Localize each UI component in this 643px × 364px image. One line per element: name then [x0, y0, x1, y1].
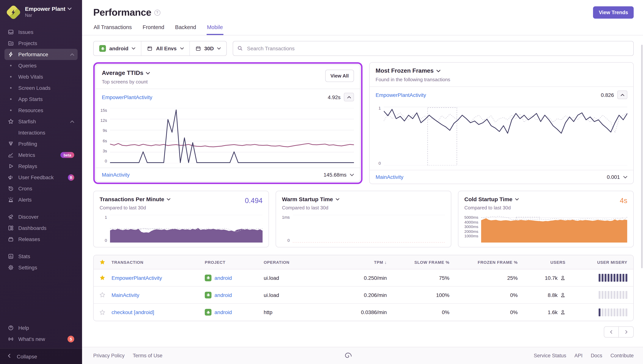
chevron-down-icon — [132, 47, 136, 50]
expand-row-button[interactable] — [623, 176, 627, 178]
footer-link-service-status[interactable]: Service Status — [534, 353, 566, 358]
badge-metrics: beta — [61, 152, 74, 158]
transactions-per-minute-panel: Transactions Per Minute Compared to last… — [93, 191, 269, 248]
axis-tick-label: 0 — [105, 159, 107, 163]
sidebar-item-crons[interactable]: Crons — [5, 183, 78, 194]
sidebar-item-settings[interactable]: Settings — [5, 262, 78, 273]
sidebar-item-performance[interactable]: Performance — [5, 49, 78, 60]
footer-link-api[interactable]: API — [574, 353, 583, 358]
sidebar-item-interactions[interactable]: Interactions — [5, 127, 78, 138]
sidebar-item-label: What's new — [18, 336, 45, 342]
transaction-link[interactable]: checkout [android] — [112, 309, 154, 315]
view-trends-button[interactable]: View Trends — [593, 6, 634, 19]
sidebar-item-profiling[interactable]: Profiling — [5, 138, 78, 150]
cold-startup-title-dropdown[interactable]: Cold Startup Time — [464, 196, 627, 202]
warm-startup-title-dropdown[interactable]: Warm Startup Time — [282, 196, 445, 202]
project-link[interactable]: android — [214, 292, 232, 298]
sidebar-item-replays[interactable]: Replays — [5, 160, 78, 172]
tab-all-transactions[interactable]: All Transactions — [93, 24, 132, 35]
sidebar-item-what-s-new[interactable]: What's new5 — [5, 334, 78, 345]
sidebar-item-web-vitals[interactable]: Web Vitals — [5, 71, 78, 82]
project-link[interactable]: android — [214, 275, 232, 281]
previous-page-button[interactable] — [604, 326, 619, 338]
column-header-operation[interactable]: OPERATION — [264, 260, 334, 264]
next-page-button[interactable] — [619, 326, 634, 338]
sidebar-item-stats[interactable]: Stats — [5, 251, 78, 262]
tab-mobile[interactable]: Mobile — [207, 24, 223, 35]
view-all-button[interactable]: View All — [325, 70, 354, 82]
projects-icon — [8, 40, 14, 46]
main-content: Performance ? View Trends All Transactio… — [82, 0, 643, 364]
search-transactions-input[interactable] — [233, 41, 634, 56]
axis-tick-label: 3s — [103, 149, 107, 153]
tab-backend[interactable]: Backend — [175, 24, 197, 35]
tpm-title-dropdown[interactable]: Transactions Per Minute — [100, 196, 262, 202]
discover-icon — [8, 214, 14, 220]
sidebar-item-projects[interactable]: Projects — [5, 38, 78, 49]
scrollbar-thumb[interactable] — [641, 45, 643, 268]
expand-row-button[interactable] — [350, 174, 354, 176]
average-ttids-highlight-outline: Average TTIDs Top screens by count View … — [93, 62, 363, 184]
org-switcher[interactable]: Empower Plant Nar — [0, 0, 82, 24]
tpm-cell: 0.250/min — [334, 275, 393, 281]
star-toggle-empty[interactable] — [94, 292, 112, 298]
column-header-project[interactable]: PROJECT — [205, 260, 264, 264]
most-frozen-frames-title-dropdown[interactable]: Most Frozen Frames — [376, 68, 627, 74]
warm-startup-time-panel: Warm Startup Time Compared to last 30d 1… — [276, 191, 451, 248]
column-header-users[interactable]: USERS — [524, 260, 571, 264]
column-header-frozen-frame[interactable]: FROZEN FRAME % — [455, 260, 524, 264]
footer-link-terms-of-use[interactable]: Terms of Use — [133, 353, 162, 358]
sidebar-item-app-starts[interactable]: App Starts — [5, 94, 78, 105]
sidebar-item-help[interactable]: Help — [5, 322, 78, 334]
sidebar-item-metrics[interactable]: Metricsbeta — [5, 150, 78, 160]
sidebar-item-issues[interactable]: Issues — [5, 26, 78, 38]
sidebar-item-label: Performance — [18, 52, 48, 58]
star-toggle-filled[interactable] — [94, 274, 112, 281]
column-header-slow-frame[interactable]: SLOW FRAME % — [393, 260, 455, 264]
tpm-chart — [110, 215, 262, 242]
sidebar-item-resources[interactable]: Resources — [5, 105, 78, 116]
column-header-tpm[interactable]: TPM ↓ — [334, 260, 393, 264]
average-ttids-title-dropdown[interactable]: Average TTIDs — [102, 70, 354, 76]
environment-filter[interactable]: All Envs — [141, 41, 189, 56]
slow-frame-cell: 100% — [393, 292, 455, 298]
star-toggle-empty[interactable] — [94, 309, 112, 316]
sidebar-item-queries[interactable]: Queries — [5, 60, 78, 71]
collapse-row-button[interactable] — [617, 90, 627, 99]
footer-link-docs[interactable]: Docs — [591, 353, 602, 358]
sidebar-item-screen-loads[interactable]: Screen Loads — [5, 82, 78, 94]
footer-link-contribute[interactable]: Contribute — [610, 353, 634, 358]
column-header-user-misery[interactable]: USER MISERY — [571, 260, 633, 264]
average-ttids-subtitle: Top screens by count — [102, 79, 354, 84]
transaction-link[interactable]: EmpowerPlantActivity — [376, 92, 426, 98]
column-header-transaction[interactable]: TRANSACTION — [112, 260, 205, 264]
project-filter[interactable]: android — [94, 41, 141, 56]
sidebar-item-releases[interactable]: Releases — [5, 234, 78, 245]
star-column-header[interactable] — [94, 259, 112, 265]
sidebar-item-discover[interactable]: Discover — [5, 211, 78, 222]
user-misery-bars — [571, 291, 633, 299]
sidebar: Empower Plant Nar IssuesProjectsPerforma… — [0, 0, 82, 364]
replays-icon — [8, 163, 14, 169]
transaction-link[interactable]: MainActivity — [102, 172, 130, 178]
sidebar-item-dashboards[interactable]: Dashboards — [5, 222, 78, 234]
transaction-link[interactable]: EmpowerPlantActivity — [102, 94, 152, 100]
transaction-link[interactable]: EmpowerPlantActivity — [112, 275, 162, 281]
collapse-row-button[interactable] — [344, 93, 354, 101]
sidebar-bottom: HelpWhat's new5 — [0, 322, 82, 348]
frozen-frame-cell: 0% — [455, 292, 524, 298]
sidebar-item-label: Alerts — [18, 197, 32, 203]
chevron-up-icon — [70, 53, 74, 56]
footer-link-privacy-policy[interactable]: Privacy Policy — [93, 353, 125, 358]
help-tooltip-icon[interactable]: ? — [154, 10, 160, 16]
sidebar-item-user-feedback[interactable]: User FeedbackB — [5, 172, 78, 183]
transaction-link[interactable]: MainActivity — [376, 174, 403, 180]
axis-tick-label: 15s — [101, 108, 107, 112]
date-range-filter[interactable]: 30D — [189, 41, 226, 56]
sidebar-collapse-button[interactable]: Collapse — [0, 348, 82, 364]
transaction-link[interactable]: MainActivity — [112, 292, 139, 298]
tab-frontend[interactable]: Frontend — [142, 24, 165, 35]
sidebar-item-alerts[interactable]: Alerts — [5, 194, 78, 205]
project-link[interactable]: android — [214, 309, 232, 315]
sidebar-item-starfish[interactable]: Starfish — [5, 116, 78, 127]
